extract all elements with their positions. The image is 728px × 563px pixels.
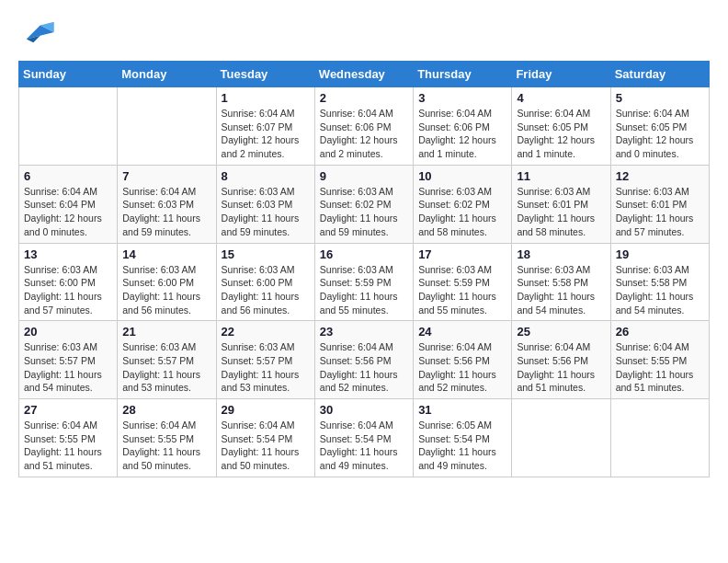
day-info: Sunrise: 6:03 AM Sunset: 6:01 PM Dayligh… [616, 185, 704, 239]
calendar-cell: 10Sunrise: 6:03 AM Sunset: 6:02 PM Dayli… [414, 165, 512, 243]
day-info: Sunrise: 6:04 AM Sunset: 5:55 PM Dayligh… [616, 340, 704, 395]
weekday-header-saturday: Saturday [610, 62, 709, 87]
calendar-cell: 25Sunrise: 6:04 AM Sunset: 5:56 PM Dayli… [512, 321, 610, 399]
calendar-cell: 24Sunrise: 6:04 AM Sunset: 5:56 PM Dayli… [414, 321, 512, 399]
day-number: 2 [320, 91, 408, 105]
calendar-cell: 4Sunrise: 6:04 AM Sunset: 6:05 PM Daylig… [512, 87, 610, 166]
day-info: Sunrise: 6:03 AM Sunset: 5:59 PM Dayligh… [418, 263, 506, 317]
day-info: Sunrise: 6:04 AM Sunset: 5:55 PM Dayligh… [24, 419, 112, 473]
day-number: 15 [222, 247, 310, 261]
day-info: Sunrise: 6:03 AM Sunset: 6:01 PM Dayligh… [517, 185, 605, 239]
calendar-cell [118, 87, 216, 166]
calendar-cell: 31Sunrise: 6:05 AM Sunset: 5:54 PM Dayli… [414, 399, 512, 477]
day-number: 17 [418, 247, 506, 261]
calendar-cell: 26Sunrise: 6:04 AM Sunset: 5:55 PM Dayli… [610, 321, 709, 399]
calendar-header-row: SundayMondayTuesdayWednesdayThursdayFrid… [19, 62, 710, 87]
calendar-cell: 7Sunrise: 6:04 AM Sunset: 6:03 PM Daylig… [118, 165, 216, 243]
day-number: 13 [24, 247, 112, 261]
weekday-header-thursday: Thursday [414, 62, 512, 87]
calendar-cell: 19Sunrise: 6:03 AM Sunset: 5:58 PM Dayli… [610, 243, 709, 321]
day-number: 11 [517, 169, 605, 183]
day-info: Sunrise: 6:04 AM Sunset: 5:54 PM Dayligh… [222, 419, 310, 473]
calendar-cell: 14Sunrise: 6:03 AM Sunset: 6:00 PM Dayli… [118, 243, 216, 321]
day-info: Sunrise: 6:04 AM Sunset: 5:54 PM Dayligh… [320, 419, 408, 473]
day-info: Sunrise: 6:04 AM Sunset: 6:07 PM Dayligh… [222, 107, 310, 161]
weekday-header-wednesday: Wednesday [314, 62, 413, 87]
day-info: Sunrise: 6:03 AM Sunset: 6:03 PM Dayligh… [222, 185, 310, 239]
day-info: Sunrise: 6:03 AM Sunset: 5:57 PM Dayligh… [24, 340, 112, 395]
day-info: Sunrise: 6:04 AM Sunset: 6:04 PM Dayligh… [24, 185, 112, 239]
calendar-cell: 30Sunrise: 6:04 AM Sunset: 5:54 PM Dayli… [314, 399, 413, 477]
day-number: 12 [616, 169, 704, 183]
day-info: Sunrise: 6:03 AM Sunset: 5:58 PM Dayligh… [517, 263, 605, 317]
calendar-cell: 12Sunrise: 6:03 AM Sunset: 6:01 PM Dayli… [610, 165, 709, 243]
day-number: 29 [222, 403, 310, 417]
calendar-cell: 20Sunrise: 6:03 AM Sunset: 5:57 PM Dayli… [19, 321, 118, 399]
calendar-week-2: 6Sunrise: 6:04 AM Sunset: 6:04 PM Daylig… [19, 165, 710, 243]
calendar-cell: 13Sunrise: 6:03 AM Sunset: 6:00 PM Dayli… [19, 243, 118, 321]
day-info: Sunrise: 6:04 AM Sunset: 6:05 PM Dayligh… [517, 107, 605, 161]
day-info: Sunrise: 6:03 AM Sunset: 6:02 PM Dayligh… [320, 185, 408, 239]
calendar-cell: 1Sunrise: 6:04 AM Sunset: 6:07 PM Daylig… [216, 87, 314, 166]
day-number: 28 [122, 403, 210, 417]
calendar-cell: 9Sunrise: 6:03 AM Sunset: 6:02 PM Daylig… [314, 165, 413, 243]
day-number: 18 [517, 247, 605, 261]
calendar-cell: 21Sunrise: 6:03 AM Sunset: 5:57 PM Dayli… [118, 321, 216, 399]
day-number: 22 [222, 325, 310, 339]
day-info: Sunrise: 6:03 AM Sunset: 5:58 PM Dayligh… [616, 263, 704, 317]
day-info: Sunrise: 6:04 AM Sunset: 6:06 PM Dayligh… [320, 107, 408, 161]
day-info: Sunrise: 6:04 AM Sunset: 6:03 PM Dayligh… [122, 185, 210, 239]
day-info: Sunrise: 6:03 AM Sunset: 5:59 PM Dayligh… [320, 263, 408, 317]
day-number: 21 [122, 325, 210, 339]
day-number: 10 [418, 169, 506, 183]
weekday-header-sunday: Sunday [19, 62, 118, 87]
day-number: 14 [122, 247, 210, 261]
calendar-cell: 8Sunrise: 6:03 AM Sunset: 6:03 PM Daylig… [216, 165, 314, 243]
calendar-cell: 27Sunrise: 6:04 AM Sunset: 5:55 PM Dayli… [19, 399, 118, 477]
day-number: 5 [616, 91, 704, 105]
day-number: 20 [24, 325, 112, 339]
calendar-week-5: 27Sunrise: 6:04 AM Sunset: 5:55 PM Dayli… [19, 399, 710, 477]
day-number: 24 [418, 325, 506, 339]
day-info: Sunrise: 6:03 AM Sunset: 6:00 PM Dayligh… [24, 263, 112, 317]
calendar-cell: 11Sunrise: 6:03 AM Sunset: 6:01 PM Dayli… [512, 165, 610, 243]
day-info: Sunrise: 6:04 AM Sunset: 5:56 PM Dayligh… [517, 340, 605, 395]
calendar-table: SundayMondayTuesdayWednesdayThursdayFrid… [18, 61, 710, 477]
day-info: Sunrise: 6:05 AM Sunset: 5:54 PM Dayligh… [418, 419, 506, 473]
calendar-cell: 16Sunrise: 6:03 AM Sunset: 5:59 PM Dayli… [314, 243, 413, 321]
day-info: Sunrise: 6:04 AM Sunset: 5:56 PM Dayligh… [418, 340, 506, 395]
calendar-cell: 28Sunrise: 6:04 AM Sunset: 5:55 PM Dayli… [118, 399, 216, 477]
day-info: Sunrise: 6:03 AM Sunset: 5:57 PM Dayligh… [122, 340, 210, 395]
weekday-header-friday: Friday [512, 62, 610, 87]
calendar-cell: 29Sunrise: 6:04 AM Sunset: 5:54 PM Dayli… [216, 399, 314, 477]
day-number: 25 [517, 325, 605, 339]
logo-icon [18, 18, 55, 46]
day-number: 26 [616, 325, 704, 339]
day-info: Sunrise: 6:04 AM Sunset: 6:06 PM Dayligh… [418, 107, 506, 161]
calendar-cell: 2Sunrise: 6:04 AM Sunset: 6:06 PM Daylig… [314, 87, 413, 166]
calendar-week-1: 1Sunrise: 6:04 AM Sunset: 6:07 PM Daylig… [19, 87, 710, 166]
calendar-week-4: 20Sunrise: 6:03 AM Sunset: 5:57 PM Dayli… [19, 321, 710, 399]
calendar-cell [19, 87, 118, 166]
weekday-header-monday: Monday [118, 62, 216, 87]
day-number: 8 [222, 169, 310, 183]
calendar-cell: 18Sunrise: 6:03 AM Sunset: 5:58 PM Dayli… [512, 243, 610, 321]
calendar-cell [610, 399, 709, 477]
calendar-cell: 22Sunrise: 6:03 AM Sunset: 5:57 PM Dayli… [216, 321, 314, 399]
day-number: 27 [24, 403, 112, 417]
day-info: Sunrise: 6:03 AM Sunset: 5:57 PM Dayligh… [222, 340, 310, 395]
logo [18, 18, 59, 46]
day-info: Sunrise: 6:04 AM Sunset: 6:05 PM Dayligh… [616, 107, 704, 161]
calendar-cell: 3Sunrise: 6:04 AM Sunset: 6:06 PM Daylig… [414, 87, 512, 166]
calendar-cell: 17Sunrise: 6:03 AM Sunset: 5:59 PM Dayli… [414, 243, 512, 321]
calendar-cell: 5Sunrise: 6:04 AM Sunset: 6:05 PM Daylig… [610, 87, 709, 166]
day-number: 6 [24, 169, 112, 183]
weekday-header-tuesday: Tuesday [216, 62, 314, 87]
calendar-cell [512, 399, 610, 477]
calendar-cell: 15Sunrise: 6:03 AM Sunset: 6:00 PM Dayli… [216, 243, 314, 321]
day-info: Sunrise: 6:04 AM Sunset: 5:55 PM Dayligh… [122, 419, 210, 473]
day-number: 1 [222, 91, 310, 105]
calendar-week-3: 13Sunrise: 6:03 AM Sunset: 6:00 PM Dayli… [19, 243, 710, 321]
day-number: 30 [320, 403, 408, 417]
calendar-cell: 6Sunrise: 6:04 AM Sunset: 6:04 PM Daylig… [19, 165, 118, 243]
